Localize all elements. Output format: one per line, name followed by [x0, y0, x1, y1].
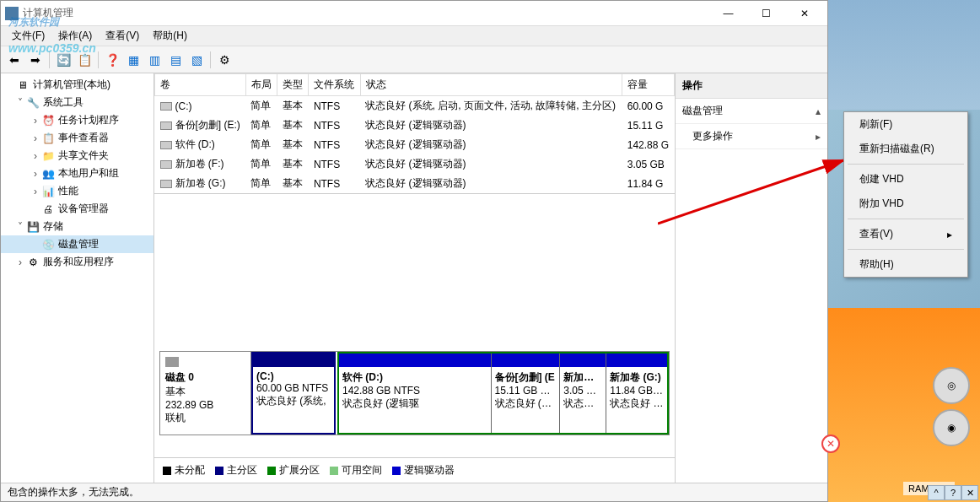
partition-primary[interactable]: (C:) 60.00 GB NTFS 状态良好 (系统, [251, 352, 336, 435]
close-button[interactable]: ✕ [785, 2, 823, 25]
actions-header: 操作 [676, 73, 827, 99]
table-row[interactable]: (C:)简单基本NTFS状态良好 (系统, 启动, 页面文件, 活动, 故障转储… [155, 96, 675, 116]
table-row[interactable]: 新加卷 (G:)简单基本NTFS状态良好 (逻辑驱动器)11.84 G [155, 174, 675, 193]
tree-disk-management[interactable]: 💿磁盘管理 [1, 235, 153, 253]
widget-button-2[interactable]: ◉ [933, 409, 970, 446]
menu-rescan[interactable]: 重新扫描磁盘(R) [844, 137, 967, 161]
actions-disk-mgmt[interactable]: 磁盘管理 ▴ [676, 99, 827, 124]
window-title: 计算机管理 [23, 6, 709, 20]
maximize-button[interactable]: ☐ [747, 2, 785, 25]
col-capacity[interactable]: 容量 [622, 74, 675, 96]
minimize-button[interactable]: — [709, 2, 747, 25]
view-button2[interactable]: ▥ [145, 51, 164, 69]
refresh-button[interactable]: 🔄 [54, 51, 73, 69]
menu-file[interactable]: 文件(F) [5, 26, 51, 46]
col-fs[interactable]: 文件系统 [309, 74, 360, 96]
menu-attach-vhd[interactable]: 附加 VHD [844, 192, 967, 216]
menubar: 文件(F) 操作(A) 查看(V) 帮助(H) [1, 26, 827, 46]
table-row[interactable]: 备份[勿删] (E:)简单基本NTFS状态良好 (逻辑驱动器)15.11 G [155, 116, 675, 135]
help-buttons: ^ ? ✕ [928, 485, 978, 500]
tree-device-manager[interactable]: 🖨设备管理器 [1, 200, 153, 218]
context-menu: 刷新(F) 重新扫描磁盘(R) 创建 VHD 附加 VHD 查看(V)▸ 帮助(… [843, 111, 968, 278]
tree-system-tools[interactable]: ˅🔧系统工具 [1, 94, 153, 111]
submenu-arrow-icon: ▸ [947, 229, 952, 240]
chevron-right-icon: ▸ [816, 131, 821, 143]
titlebar: 计算机管理 — ☐ ✕ [1, 1, 827, 26]
tree-services[interactable]: ›⚙服务和应用程序 [1, 253, 153, 271]
disk-row: 磁盘 0 基本 232.89 GB 联机 (C:) 60.00 GB NTFS … [159, 351, 670, 435]
menu-action[interactable]: 操作(A) [51, 26, 99, 46]
col-volume[interactable]: 卷 [155, 74, 246, 96]
disk-info[interactable]: 磁盘 0 基本 232.89 GB 联机 [160, 352, 251, 435]
view-button3[interactable]: ▤ [166, 51, 185, 69]
menu-help[interactable]: 帮助(H) [146, 26, 194, 46]
view-button1[interactable]: ▦ [124, 51, 143, 69]
menu-context-help[interactable]: 帮助(H) [844, 252, 967, 277]
tree-task-scheduler[interactable]: ›⏰任务计划程序 [1, 111, 153, 129]
partition[interactable]: 新加卷 (G:)11.84 GB NT状态良好 (逻 [606, 354, 667, 433]
legend: 未分配 主分区 扩展分区 可用空间 逻辑驱动器 [154, 457, 675, 483]
tree-root[interactable]: 🖥计算机管理(本地) [1, 76, 153, 94]
col-layout[interactable]: 布局 [245, 74, 277, 96]
table-header-row: 卷 布局 类型 文件系统 状态 容量 [155, 74, 675, 96]
widget-button-1[interactable]: ◎ [933, 367, 970, 404]
disk-graphic: 磁盘 0 基本 232.89 GB 联机 (C:) 60.00 GB NTFS … [154, 194, 675, 457]
disk-icon [165, 357, 179, 367]
col-type[interactable]: 类型 [277, 74, 309, 96]
table-row[interactable]: 新加卷 (F:)简单基本NTFS状态良好 (逻辑驱动器)3.05 GB [155, 154, 675, 174]
help-btn-1[interactable]: ^ [928, 485, 945, 500]
settings-button[interactable]: ⚙ [215, 51, 234, 69]
desktop-widget: ◎ ◉ ✕ [828, 308, 980, 502]
menu-create-vhd[interactable]: 创建 VHD [844, 167, 967, 192]
view-button4[interactable]: ▧ [187, 51, 206, 69]
statusbar: 包含的操作太多，无法完成。 [1, 483, 827, 501]
toolbar: ⬅ ➡ 🔄 📋 ❓ ▦ ▥ ▤ ▧ ⚙ [1, 46, 827, 73]
menu-view[interactable]: 查看(V)▸ [844, 222, 967, 246]
menu-refresh[interactable]: 刷新(F) [844, 112, 967, 137]
help-button[interactable]: ❓ [103, 51, 121, 69]
actions-panel: 操作 磁盘管理 ▴ 更多操作 ▸ [676, 73, 827, 483]
table-row[interactable]: 软件 (D:)简单基本NTFS状态良好 (逻辑驱动器)142.88 G [155, 135, 675, 154]
computer-management-window: 计算机管理 — ☐ ✕ 文件(F) 操作(A) 查看(V) 帮助(H) ⬅ ➡ … [0, 0, 828, 502]
tree-local-users[interactable]: ›👥本地用户和组 [1, 165, 153, 182]
help-btn-3[interactable]: ✕ [961, 485, 978, 500]
col-status[interactable]: 状态 [360, 74, 622, 96]
close-widget-icon[interactable]: ✕ [821, 435, 840, 453]
actions-more-ops[interactable]: 更多操作 ▸ [676, 124, 827, 149]
app-icon [5, 7, 19, 20]
help-btn-2[interactable]: ? [945, 485, 961, 500]
volume-table: 卷 布局 类型 文件系统 状态 容量 (C:)简单基本NTFS状态良好 (系统,… [154, 73, 675, 194]
properties-button[interactable]: 📋 [75, 51, 94, 69]
collapse-icon: ▴ [816, 105, 821, 117]
tree-storage[interactable]: ˅💾存储 [1, 218, 153, 235]
tree-performance[interactable]: ›📊性能 [1, 182, 153, 200]
back-button[interactable]: ⬅ [5, 51, 24, 69]
partition[interactable]: 软件 (D:)142.88 GB NTFS状态良好 (逻辑驱 [339, 354, 492, 433]
partition[interactable]: 备份[勿删] (E15.11 GB NTF状态良好 (逻辑 [492, 354, 561, 433]
tree-event-viewer[interactable]: ›📋事件查看器 [1, 129, 153, 147]
partition[interactable]: 新加卷 (F:3.05 GB N状态良好 [560, 354, 606, 433]
extended-partition-group: 软件 (D:)142.88 GB NTFS状态良好 (逻辑驱备份[勿删] (E1… [337, 352, 669, 435]
menu-view[interactable]: 查看(V) [99, 26, 146, 46]
tree-shared-folders[interactable]: ›📁共享文件夹 [1, 147, 153, 165]
center-panel: 卷 布局 类型 文件系统 状态 容量 (C:)简单基本NTFS状态良好 (系统,… [154, 73, 676, 483]
tree-panel: 🖥计算机管理(本地) ˅🔧系统工具 ›⏰任务计划程序 ›📋事件查看器 ›📁共享文… [1, 73, 154, 483]
forward-button[interactable]: ➡ [26, 51, 45, 69]
